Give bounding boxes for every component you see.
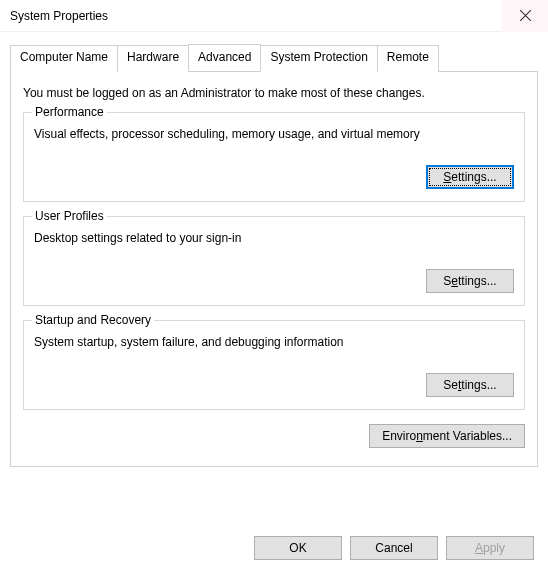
startup-recovery-group: Startup and Recovery System startup, sys… (23, 320, 525, 410)
tab-advanced[interactable]: Advanced (188, 44, 261, 71)
startup-recovery-title: Startup and Recovery (32, 313, 154, 327)
user-profiles-desc: Desktop settings related to your sign-in (34, 231, 514, 245)
cancel-button[interactable]: Cancel (350, 536, 438, 560)
env-vars-row: Environment Variables... (23, 424, 525, 448)
close-icon (520, 10, 531, 21)
performance-group: Performance Visual effects, processor sc… (23, 112, 525, 202)
ok-button[interactable]: OK (254, 536, 342, 560)
tab-hardware[interactable]: Hardware (117, 45, 189, 72)
user-profiles-group: User Profiles Desktop settings related t… (23, 216, 525, 306)
tab-system-protection[interactable]: System Protection (260, 45, 377, 72)
user-profiles-settings-button[interactable]: Settings... (426, 269, 514, 293)
admin-notice: You must be logged on as an Administrato… (23, 86, 525, 100)
startup-recovery-button-row: Settings... (34, 373, 514, 397)
startup-recovery-desc: System startup, system failure, and debu… (34, 335, 514, 349)
user-profiles-title: User Profiles (32, 209, 107, 223)
user-profiles-button-row: Settings... (34, 269, 514, 293)
performance-settings-button[interactable]: Settings... (426, 165, 514, 189)
tab-computer-name[interactable]: Computer Name (10, 45, 118, 72)
tab-strip: Computer Name Hardware Advanced System P… (10, 44, 538, 71)
environment-variables-button[interactable]: Environment Variables... (369, 424, 525, 448)
close-button[interactable] (502, 0, 548, 32)
titlebar: System Properties (0, 0, 548, 32)
tab-remote[interactable]: Remote (377, 45, 439, 72)
performance-button-row: Settings... (34, 165, 514, 189)
tab-panel-advanced: You must be logged on as an Administrato… (10, 71, 538, 467)
performance-title: Performance (32, 105, 107, 119)
performance-desc: Visual effects, processor scheduling, me… (34, 127, 514, 141)
apply-button: Apply (446, 536, 534, 560)
window-title: System Properties (10, 9, 108, 23)
dialog-buttons: OK Cancel Apply (254, 536, 534, 560)
tab-container: Computer Name Hardware Advanced System P… (0, 32, 548, 467)
startup-recovery-settings-button[interactable]: Settings... (426, 373, 514, 397)
